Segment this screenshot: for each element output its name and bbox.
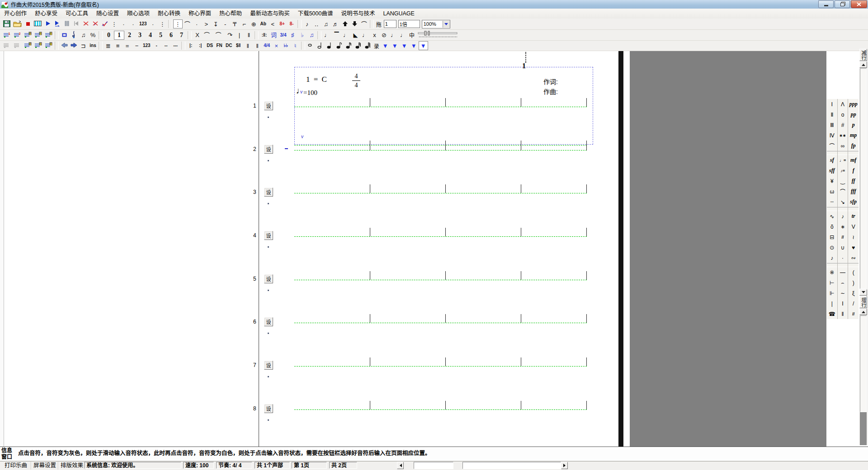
dropdown-1-button[interactable]: ▼ — [381, 41, 390, 50]
dropdown-3-button[interactable]: ▼ — [400, 41, 409, 50]
scroll-thumb[interactable] — [860, 412, 867, 445]
stave-disabled-2-button[interactable] — [12, 41, 23, 50]
time-signature[interactable]: 4 4 — [352, 72, 360, 89]
tempo-slider-button[interactable] — [416, 31, 460, 40]
tempo-value[interactable]: =100 — [303, 89, 317, 97]
scroll-track-2[interactable] — [860, 315, 867, 412]
menu-item-7[interactable]: 称心界面 — [184, 9, 215, 19]
da-capo-button[interactable]: DC — [224, 41, 234, 50]
measure-numbers-button[interactable]: 123 — [142, 41, 152, 50]
grace-note-single-button[interactable]: ♪ — [302, 19, 312, 28]
staff-line[interactable] — [294, 193, 587, 193]
lines-2-button[interactable]: = — [123, 41, 132, 50]
menu-item-6[interactable]: 耐心转换 — [154, 9, 184, 19]
close-button[interactable] — [851, 0, 867, 8]
grace-small-button[interactable]: ♪ — [838, 211, 848, 221]
slur-button[interactable]: ⌒ — [359, 19, 369, 28]
dash-1-button[interactable]: - — [152, 41, 161, 50]
tenuto-button[interactable]: - — [221, 19, 230, 28]
final-barline-2-button[interactable]: ‖ — [253, 41, 262, 50]
sharp-button[interactable]: ♯ — [288, 31, 297, 40]
row-settings-button[interactable]: 设 — [264, 231, 273, 240]
long-line-button[interactable]: — — [838, 267, 848, 277]
staff-line[interactable] — [294, 150, 587, 150]
dynamic-fp-button[interactable]: fp — [848, 141, 859, 151]
note-stem-down-button[interactable]: ♩ — [389, 31, 398, 40]
pitch-name-button[interactable]: Ab — [259, 19, 268, 28]
dropdown-2-button[interactable]: ▼ — [390, 41, 400, 50]
row-settings-button[interactable]: 设 — [264, 317, 273, 326]
single-stave-1-button[interactable]: 1 — [2, 31, 12, 40]
multi-stave-1-button[interactable]: 1 — [23, 31, 33, 40]
key-signature[interactable]: 1 = C — [306, 75, 328, 84]
staff-line[interactable] — [294, 236, 587, 237]
piano-keyboard-button[interactable] — [33, 19, 43, 28]
open-circle-button[interactable]: o — [838, 109, 848, 120]
staccato-dot-button[interactable]: · — [838, 253, 848, 263]
number-3-button[interactable]: 3 — [135, 31, 145, 40]
paren-close-button[interactable]: ) — [848, 277, 859, 288]
staccato-button[interactable]: · — [192, 19, 202, 28]
dash-3-button[interactable]: --- — [171, 41, 180, 50]
menu-item-4[interactable]: 随心设置 — [92, 9, 123, 19]
zoom-level-select[interactable]: 100% — [422, 20, 450, 28]
eighth-note-button[interactable] — [335, 41, 344, 50]
grace-note-after-button[interactable]: ♬ — [331, 19, 340, 28]
shallow-arc-button[interactable]: ⌢ — [838, 277, 848, 288]
ornament-dashes-button[interactable]: ┄ — [827, 197, 837, 207]
staff-line-upper[interactable] — [294, 145, 587, 146]
single-stave-2-button[interactable]: 2 — [12, 31, 23, 40]
number-7-button[interactable]: 7 — [176, 31, 187, 40]
thin-barline-button[interactable]: | — [827, 298, 837, 309]
dot-3-button[interactable]: · — [148, 19, 158, 28]
bracket-button[interactable]: ⌐ — [240, 19, 249, 28]
eighth-equals-button[interactable]: ♪= — [838, 165, 848, 176]
number-4-button[interactable]: 4 — [145, 31, 156, 40]
position-box[interactable] — [414, 462, 453, 469]
restore-button[interactable] — [835, 0, 850, 8]
reference-mark-button[interactable]: ※ — [827, 267, 837, 277]
delete-all-notes-button[interactable]: ♪ — [90, 19, 100, 28]
bracket-insert-button[interactable]: ⊐ — [79, 41, 88, 50]
menu-item-5[interactable]: 顺心选项 — [123, 9, 154, 19]
insert-button[interactable]: ins — [88, 41, 98, 50]
ornament-wave-button[interactable]: ∿ — [827, 211, 837, 221]
repeat-start-button[interactable]: |: — [186, 41, 196, 50]
position-4-button[interactable]: Ⅳ — [827, 130, 837, 141]
dots-column-1-button[interactable]: ⋮ — [109, 19, 119, 28]
number-5-button[interactable]: 5 — [156, 31, 166, 40]
quaver-rest-button[interactable]: ♪ — [827, 253, 837, 263]
open-button[interactable] — [12, 19, 23, 28]
star-ornament-button[interactable]: ∗ — [838, 221, 848, 232]
accent-button[interactable]: > — [202, 19, 211, 28]
scroll-track-1[interactable] — [860, 68, 867, 289]
row-settings-button[interactable]: 设 — [264, 404, 273, 413]
transpose-down-button[interactable] — [350, 19, 359, 28]
slur-under-button[interactable]: ‿ — [838, 176, 848, 186]
rewind-button[interactable] — [71, 19, 81, 28]
status-tab-1[interactable]: 打印乐曲 — [1, 461, 31, 470]
ornament-circle-stem-button[interactable]: ⊙ — [827, 242, 837, 253]
number-6-button[interactable]: 6 — [166, 31, 176, 40]
dynamic-sff-button[interactable]: sff — [827, 165, 837, 176]
status-tab-3[interactable]: 排版效果 — [59, 461, 85, 470]
dot-1-button[interactable]: · — [119, 19, 128, 28]
paren-open-button[interactable]: ( — [848, 267, 859, 277]
ornament-hook-button[interactable]: ☎ — [827, 309, 837, 319]
menu-item-10[interactable]: 下载5000曲谱 — [294, 9, 337, 19]
whole-note-button[interactable] — [306, 41, 316, 50]
menu-item-12[interactable]: LANGUAGE — [379, 9, 418, 19]
coda-button[interactable]: ⊕ — [249, 19, 259, 28]
ornament-tack-1-button[interactable]: ⊢ — [827, 277, 837, 288]
segno-bar-button[interactable]: $‖ — [234, 41, 243, 50]
speed-multiplier-input[interactable] — [398, 20, 420, 28]
note-tenuto-button[interactable]: ▔ — [332, 31, 341, 40]
beamed-notes-button[interactable]: ♫ — [79, 31, 88, 40]
repeat-sign-button[interactable]: :‖: — [259, 31, 269, 40]
double-barline-button[interactable]: ‖ — [244, 31, 254, 40]
dynamic-mp-button[interactable]: mp — [848, 130, 859, 141]
note-staccato-button[interactable]: ♩ — [341, 31, 351, 40]
sixty-fourth-note-button[interactable] — [363, 41, 373, 50]
dynamic-ppp-button[interactable]: ppp — [848, 99, 859, 109]
slur-over-button[interactable]: ⌒ — [838, 186, 848, 197]
